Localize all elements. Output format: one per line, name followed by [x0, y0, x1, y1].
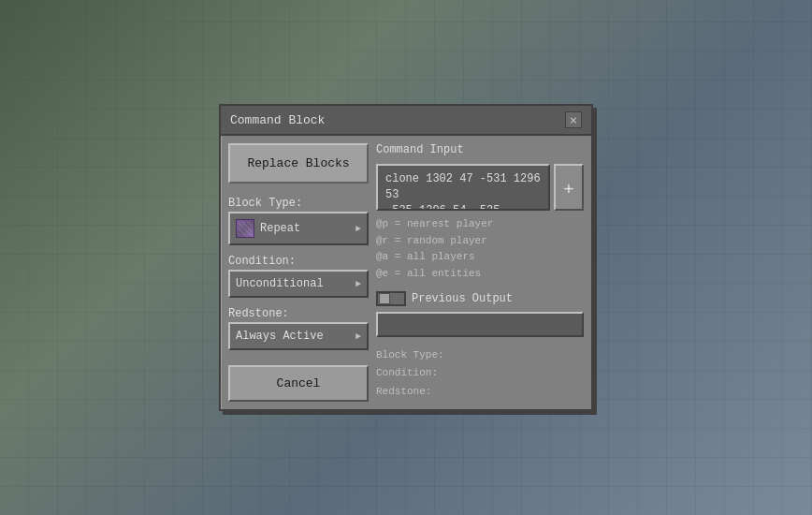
command-input-row: +	[376, 164, 584, 211]
redstone-value: Always Active	[236, 330, 324, 343]
meta-redstone: Redstone:	[376, 383, 584, 402]
condition-dropdown[interactable]: Unconditional ►	[228, 270, 369, 298]
hint-random-player: @r = random player	[376, 233, 584, 250]
meta-info: Block Type: Condition: Redstone:	[376, 346, 584, 402]
command-block-dialog: Command Block × Replace Blocks Block Typ…	[219, 104, 593, 411]
plus-button[interactable]: +	[554, 164, 584, 211]
dialog-title: Command Block	[230, 113, 325, 127]
block-type-label: Block Type:	[228, 197, 369, 210]
condition-label: Condition:	[228, 255, 369, 268]
block-type-value: Repeat	[260, 222, 300, 235]
right-panel: Command Input + @p = nearest player @r =…	[376, 143, 584, 402]
dialog-titlebar: Command Block ×	[221, 106, 591, 136]
previous-output-area	[376, 312, 584, 336]
command-input-label: Command Input	[376, 143, 584, 156]
previous-output-toggle[interactable]	[376, 291, 406, 306]
previous-output-row: Previous Output	[376, 291, 584, 306]
condition-chevron-icon: ►	[355, 279, 361, 289]
meta-block-type: Block Type:	[376, 346, 584, 365]
command-hints: @p = nearest player @r = random player @…	[376, 216, 584, 282]
previous-output-label: Previous Output	[412, 292, 513, 305]
condition-value: Unconditional	[236, 277, 324, 290]
replace-blocks-button[interactable]: Replace Blocks	[228, 143, 369, 184]
block-type-chevron-icon: ►	[355, 224, 361, 234]
toggle-thumb	[379, 293, 390, 304]
cancel-button[interactable]: Cancel	[228, 365, 369, 402]
hint-all-players: @a = all players	[376, 249, 584, 266]
meta-condition: Condition:	[376, 364, 584, 383]
hint-nearest-player: @p = nearest player	[376, 216, 584, 233]
left-panel: Replace Blocks Block Type: Repeat ► Cond…	[228, 143, 369, 402]
command-input[interactable]	[376, 164, 550, 211]
dialog-body: Replace Blocks Block Type: Repeat ► Cond…	[221, 136, 591, 409]
redstone-label: Redstone:	[228, 307, 369, 320]
redstone-chevron-icon: ►	[355, 331, 361, 342]
block-type-dropdown[interactable]: Repeat ►	[228, 212, 369, 245]
redstone-dropdown[interactable]: Always Active ►	[228, 322, 369, 350]
hint-all-entities: @e = all entities	[376, 266, 584, 283]
close-button[interactable]: ×	[565, 111, 582, 128]
block-icon	[236, 219, 254, 238]
